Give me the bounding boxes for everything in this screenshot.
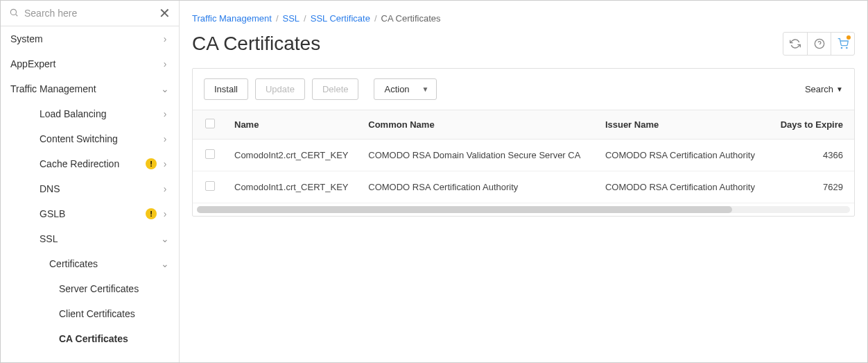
row-checkbox[interactable] — [205, 149, 215, 159]
data-panel: Install Update Delete Action ▼ Search ▼ … — [192, 68, 855, 217]
cell-name: ComodoInt1.crt_CERT_KEY — [227, 171, 361, 203]
breadcrumb-current: CA Certificates — [381, 13, 441, 24]
clear-icon[interactable]: ✕ — [159, 6, 171, 20]
svg-point-4 — [841, 47, 842, 48]
sidebar-item-cache-redirection[interactable]: Cache Redirection !› — [1, 151, 179, 176]
col-issuer-name[interactable]: Issuer Name — [598, 110, 770, 140]
col-checkbox — [193, 110, 227, 140]
cell-days: 4366 — [770, 140, 854, 171]
horizontal-scrollbar[interactable] — [197, 206, 850, 213]
delete-button[interactable]: Delete — [312, 78, 359, 100]
action-dropdown[interactable]: Action ▼ — [374, 78, 436, 100]
install-button[interactable]: Install — [204, 78, 248, 100]
update-button[interactable]: Update — [255, 78, 305, 100]
sidebar-item-label: DNS — [40, 183, 161, 194]
sidebar-item-ca-certificates[interactable]: CA Certificates — [1, 326, 179, 351]
sidebar-item-label: Client Certificates — [59, 308, 169, 319]
sidebar-item-system[interactable]: System › — [1, 26, 179, 51]
notification-dot-icon — [847, 35, 851, 40]
caret-down-icon: ▼ — [836, 85, 843, 93]
breadcrumb-sep: / — [374, 13, 377, 24]
row-checkbox[interactable] — [205, 181, 215, 191]
cell-days: 7629 — [770, 171, 854, 203]
cell-common-name: COMODO RSA Domain Validation Secure Serv… — [361, 140, 598, 171]
help-icon[interactable] — [807, 33, 831, 55]
svg-point-0 — [10, 9, 16, 15]
main-content: Traffic Management / SSL / SSL Certifica… — [180, 1, 867, 362]
caret-down-icon: ▼ — [422, 85, 429, 93]
sidebar-item-label: Traffic Management — [10, 83, 161, 94]
table-row[interactable]: ComodoInt1.crt_CERT_KEY COMODO RSA Certi… — [193, 171, 854, 203]
breadcrumb-link[interactable]: SSL — [283, 13, 300, 24]
header-actions — [783, 32, 855, 56]
scrollbar-thumb[interactable] — [197, 206, 732, 213]
chevron-right-icon: › — [161, 158, 169, 169]
sidebar-item-load-balancing[interactable]: Load Balancing › — [1, 101, 179, 126]
cell-issuer-name: COMODO RSA Certification Authority — [598, 171, 770, 203]
search-input[interactable] — [24, 8, 153, 19]
chevron-down-icon: ⌄ — [161, 83, 169, 94]
sidebar-item-label: Load Balancing — [40, 108, 161, 119]
breadcrumb-link[interactable]: SSL Certificate — [311, 13, 370, 24]
chevron-right-icon: › — [161, 208, 169, 219]
refresh-icon[interactable] — [783, 33, 807, 55]
search-icon — [9, 8, 19, 19]
chevron-down-icon: ⌄ — [161, 233, 169, 244]
col-days-to-expire[interactable]: Days to Expire — [770, 110, 854, 140]
action-label: Action — [384, 84, 409, 94]
chevron-right-icon: › — [161, 108, 169, 119]
sidebar-item-label: System — [10, 33, 161, 44]
breadcrumb-sep: / — [276, 13, 279, 24]
sidebar-item-client-certificates[interactable]: Client Certificates — [1, 301, 179, 326]
sidebar-item-label: Cache Redirection — [40, 158, 146, 169]
sidebar-item-label: SSL — [40, 233, 161, 244]
sidebar-item-label: AppExpert — [10, 58, 161, 69]
search-label: Search — [805, 84, 833, 94]
col-common-name[interactable]: Common Name — [361, 110, 598, 140]
warning-icon: ! — [146, 158, 157, 169]
select-all-checkbox[interactable] — [205, 119, 215, 128]
sidebar-item-label: CA Certificates — [59, 333, 169, 344]
sidebar-item-traffic-management[interactable]: Traffic Management ⌄ — [1, 76, 179, 101]
svg-point-5 — [846, 47, 847, 48]
page-title: CA Certificates — [192, 33, 320, 55]
sidebar-item-label: GSLB — [40, 208, 146, 219]
table-row[interactable]: ComodoInt2.crt_CERT_KEY COMODO RSA Domai… — [193, 140, 854, 171]
chevron-right-icon: › — [161, 133, 169, 144]
search-dropdown[interactable]: Search ▼ — [805, 84, 843, 94]
chevron-right-icon: › — [161, 183, 169, 194]
sidebar-item-ssl[interactable]: SSL ⌄ — [1, 226, 179, 251]
toolbar-left: Install Update Delete Action ▼ — [204, 78, 437, 100]
chevron-down-icon: ⌄ — [161, 258, 169, 269]
chevron-right-icon: › — [161, 58, 169, 69]
cell-common-name: COMODO RSA Certification Authority — [361, 171, 598, 203]
sidebar-item-label: Server Certificates — [59, 283, 169, 294]
cell-issuer-name: COMODO RSA Certification Authority — [598, 140, 770, 171]
toolbar: Install Update Delete Action ▼ Search ▼ — [193, 69, 854, 110]
breadcrumb-sep: / — [304, 13, 306, 24]
sidebar-item-label: Content Switching — [40, 133, 161, 144]
breadcrumb-link[interactable]: Traffic Management — [192, 13, 272, 24]
breadcrumb: Traffic Management / SSL / SSL Certifica… — [192, 13, 855, 24]
chevron-right-icon: › — [161, 33, 169, 44]
sidebar: ✕ System › AppExpert › Traffic Managemen… — [1, 1, 180, 362]
warning-icon: ! — [146, 208, 157, 219]
sidebar-item-dns[interactable]: DNS › — [1, 176, 179, 201]
sidebar-item-appexpert[interactable]: AppExpert › — [1, 51, 179, 76]
page-header: CA Certificates — [192, 32, 855, 56]
cell-name: ComodoInt2.crt_CERT_KEY — [227, 140, 361, 171]
search-row: ✕ — [1, 1, 179, 26]
sidebar-item-content-switching[interactable]: Content Switching › — [1, 126, 179, 151]
certificates-table: Name Common Name Issuer Name Days to Exp… — [193, 110, 854, 203]
cart-icon[interactable] — [831, 33, 854, 55]
sidebar-item-certificates[interactable]: Certificates ⌄ — [1, 251, 179, 276]
sidebar-item-label: Certificates — [49, 258, 161, 269]
svg-line-1 — [16, 14, 18, 16]
col-name[interactable]: Name — [227, 110, 361, 140]
sidebar-item-server-certificates[interactable]: Server Certificates — [1, 276, 179, 301]
sidebar-item-gslb[interactable]: GSLB !› — [1, 201, 179, 226]
